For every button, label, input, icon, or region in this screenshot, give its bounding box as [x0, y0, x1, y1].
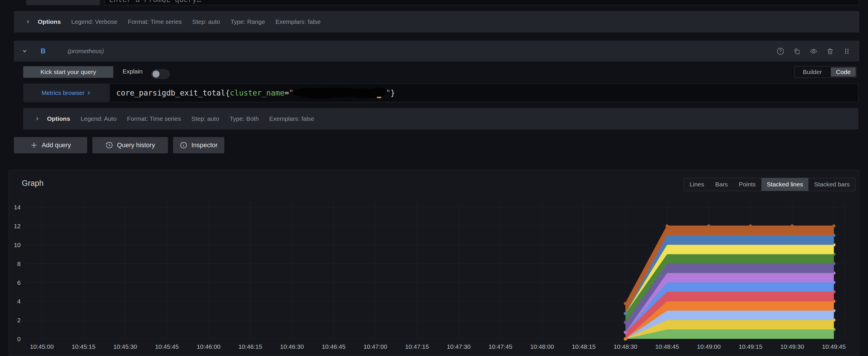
query-b-header[interactable]: B (prometheus) — [14, 41, 859, 62]
svg-text:10:47:30: 10:47:30 — [447, 343, 471, 350]
svg-text:10:47:00: 10:47:00 — [364, 343, 387, 350]
option-legend: Legend: Verbose — [71, 18, 117, 25]
chevron-down-icon[interactable] — [22, 48, 27, 54]
stacked-area-chart: 0246810121410:45:0010:45:1510:45:3010:45… — [9, 170, 859, 356]
metrics-browser-label: Metrics browser — [41, 90, 85, 96]
editor-mode-switch: Builder Code — [795, 66, 857, 78]
options-label: Options — [38, 18, 61, 25]
svg-text:10:49:15: 10:49:15 — [739, 343, 763, 350]
svg-text:8: 8 — [17, 260, 21, 267]
kick-start-query-button[interactable]: Kick start your query — [23, 66, 113, 78]
svg-text:10:48:15: 10:48:15 — [572, 343, 596, 350]
metrics-browser-button[interactable]: Metrics browser — [23, 84, 109, 102]
query-equals-token: = — [284, 89, 289, 97]
svg-text:10:46:30: 10:46:30 — [280, 343, 304, 350]
query-header-actions — [776, 47, 850, 55]
option-step: Step: auto — [191, 115, 219, 122]
svg-text:10:48:30: 10:48:30 — [614, 343, 637, 350]
promql-query-input[interactable]: core_parsigdb_exit_total{cluster_name=" … — [110, 84, 859, 102]
svg-text:10:47:45: 10:47:45 — [489, 343, 513, 350]
builder-mode-button[interactable]: Builder — [795, 66, 830, 77]
option-type: Type: Both — [229, 115, 258, 122]
query-label-token: cluster_name — [230, 89, 284, 97]
chevron-right-icon — [87, 91, 91, 95]
svg-text:14: 14 — [14, 204, 21, 211]
query-a-options-row[interactable]: Options Legend: Verbose Format: Time ser… — [14, 11, 859, 33]
query-datasource: (prometheus) — [68, 47, 104, 55]
svg-text:6: 6 — [17, 279, 21, 286]
metrics-browser-button-partial[interactable] — [26, 0, 100, 5]
svg-text:10: 10 — [14, 241, 21, 248]
svg-text:10:45:15: 10:45:15 — [72, 343, 96, 350]
option-step: Step: auto — [192, 18, 220, 25]
svg-text:10:49:00: 10:49:00 — [697, 343, 721, 350]
copy-icon[interactable] — [793, 47, 801, 55]
svg-text:10:45:00: 10:45:00 — [30, 343, 54, 350]
inspector-button[interactable]: Inspector — [173, 137, 224, 153]
svg-text:0: 0 — [17, 336, 21, 342]
add-query-label: Add query — [42, 141, 71, 149]
svg-text:10:46:45: 10:46:45 — [322, 343, 346, 350]
query-input-partial[interactable]: Enter a PromQL query… — [104, 0, 859, 5]
code-mode-button[interactable]: Code — [831, 67, 856, 77]
svg-text:10:45:30: 10:45:30 — [113, 343, 137, 350]
svg-text:10:45:45: 10:45:45 — [155, 343, 179, 350]
svg-text:10:48:00: 10:48:00 — [530, 343, 554, 350]
help-icon[interactable] — [776, 47, 784, 55]
query-metric-token: core_parsigdb_exit_total{ — [116, 89, 230, 97]
svg-text:2: 2 — [17, 317, 21, 323]
query-close-brace: } — [391, 89, 395, 97]
svg-text:10:49:45: 10:49:45 — [822, 343, 846, 350]
option-type: Type: Range — [230, 18, 265, 25]
option-format: Format: Time series — [128, 18, 182, 25]
inspector-label: Inspector — [191, 141, 218, 149]
svg-text:4: 4 — [17, 298, 21, 304]
chevron-right-icon — [35, 117, 39, 121]
svg-text:10:49:30: 10:49:30 — [780, 343, 804, 350]
query-history-label: Query history — [117, 141, 155, 149]
option-legend: Legend: Auto — [81, 115, 117, 122]
drag-handle-icon[interactable] — [843, 47, 850, 55]
svg-text:12: 12 — [14, 223, 21, 229]
history-icon — [105, 141, 113, 149]
svg-text:10:48:45: 10:48:45 — [655, 343, 679, 350]
info-icon — [180, 141, 187, 149]
explain-label: Explain — [123, 68, 143, 75]
toggle-knob — [153, 71, 159, 77]
svg-text:10:47:15: 10:47:15 — [405, 343, 429, 350]
option-format: Format: Time series — [127, 115, 181, 122]
svg-text:10:46:00: 10:46:00 — [197, 343, 220, 350]
option-exemplars: Exemplars: false — [269, 115, 314, 122]
eye-icon[interactable] — [810, 47, 817, 55]
graph-panel: Graph Lines Bars Points Stacked lines St… — [9, 170, 859, 356]
option-exemplars: Exemplars: false — [276, 18, 321, 25]
add-query-button[interactable]: Add query — [14, 137, 87, 153]
redaction-scribble — [292, 86, 387, 100]
options-label: Options — [47, 115, 70, 122]
explain-toggle[interactable] — [151, 69, 169, 79]
svg-text:10:46:15: 10:46:15 — [239, 343, 262, 350]
query-b-options-row[interactable]: Options Legend: Auto Format: Time series… — [23, 108, 859, 130]
plus-icon — [30, 141, 38, 149]
query-input-partial-text: Enter a PromQL query… — [109, 0, 859, 4]
chevron-right-icon — [26, 20, 30, 24]
query-ref-id: B — [41, 47, 45, 55]
trash-icon[interactable] — [826, 47, 834, 55]
query-history-button[interactable]: Query history — [92, 137, 168, 153]
